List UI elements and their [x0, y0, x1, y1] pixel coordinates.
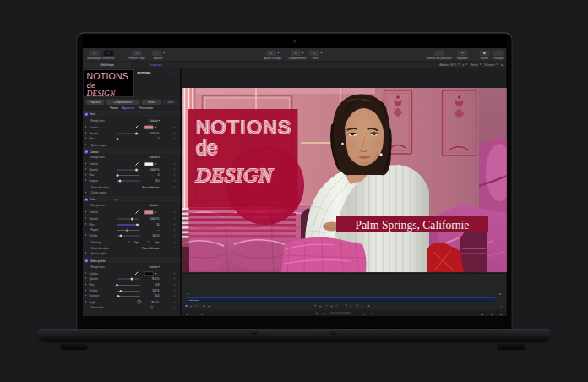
- svg-text:Palm Springs, Californie: Palm Springs, Californie: [355, 219, 469, 232]
- svg-text:NOTIONS: NOTIONS: [196, 117, 292, 138]
- svg-text:DESIGN: DESIGN: [195, 164, 274, 186]
- svg-text:de: de: [196, 137, 218, 159]
